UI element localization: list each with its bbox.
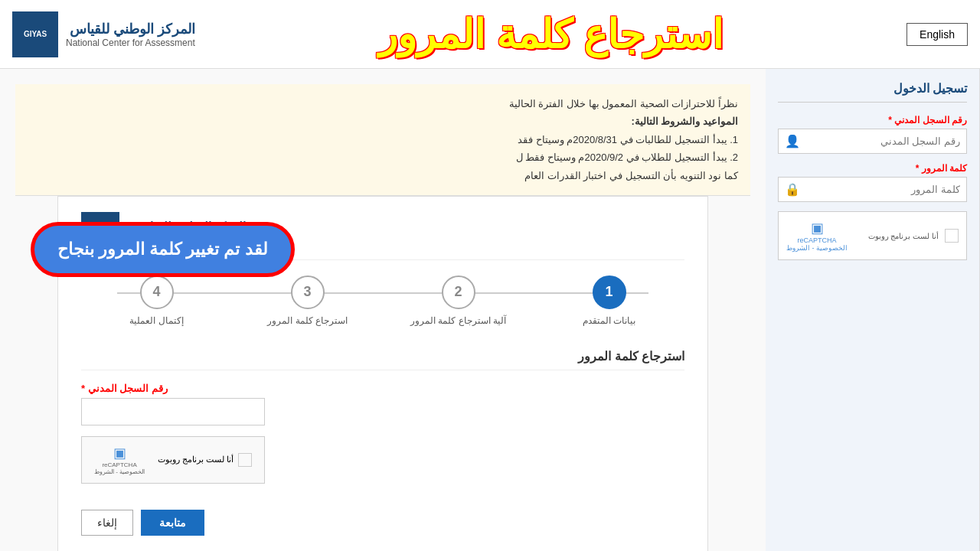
sidebar-id-label: رقم السجل المدني * [778, 115, 967, 126]
form-section-title: استرجاع كلمة المرور [81, 349, 684, 370]
continue-button[interactable]: متابعة [141, 510, 204, 536]
step-3-circle: 3 [291, 276, 325, 309]
step-2-circle: 2 [442, 276, 475, 309]
step-3: 3 استرجاع كلمة المرور [232, 276, 383, 326]
captcha-row: أنا لست برنامج روبوت ▣ reCAPTCHA الخصوصي… [81, 436, 684, 499]
english-button[interactable]: English [906, 23, 968, 46]
main-wrapper: تسجيل الدخول رقم السجل المدني * 👤 كلمة ا… [0, 69, 980, 551]
logo-icon: GIYAS [12, 11, 58, 57]
form-captcha-box: أنا لست برنامج روبوت ▣ reCAPTCHA الخصوصي… [81, 436, 265, 484]
lock-icon: 🔒 [779, 178, 806, 201]
form-id-label: رقم السجل المدني * [81, 383, 168, 394]
step-2: 2 آلية استرجاع كلمة المرور [383, 276, 534, 326]
sidebar-captcha-text: أنا لست برنامج روبوت [868, 232, 939, 240]
login-sidebar: تسجيل الدخول رقم السجل المدني * 👤 كلمة ا… [766, 69, 980, 551]
form-id-input[interactable] [81, 398, 265, 425]
sidebar-id-input[interactable] [806, 131, 966, 152]
logo-arabic: المركز الوطني للقياس [66, 21, 195, 37]
form-recaptcha-brand: ▣ reCAPTCHA الخصوصية - الشروط [94, 445, 145, 475]
center-content: نظراً للاحترازات الصحية المعمول بها خلال… [0, 69, 766, 551]
announcement-line1: نظراً للاحترازات الصحية المعمول بها خلال… [509, 98, 738, 109]
step-3-label: استرجاع كلمة المرور [267, 315, 348, 326]
sidebar-captcha-logo: ▣ reCAPTCHA الخصوصية - الشروط [786, 220, 848, 252]
form-actions: متابعة إلغاء [81, 510, 684, 536]
announcement-line2: المواعيد والشروط التالية: [631, 116, 738, 127]
logo-english: National Center for Assessment [66, 37, 195, 48]
announcement-item2: 2. يبدأ التسجيل للطلاب في 2020/9/2م وسيت… [516, 152, 738, 163]
form-captcha-checkbox[interactable] [238, 453, 252, 467]
sidebar-password-input-wrapper: 🔒 [778, 177, 967, 202]
announcement-item3: كما نود التنويه بأن التسجيل في اختبار ال… [524, 170, 738, 181]
step-4-circle: 4 [140, 276, 174, 309]
sidebar-password-input[interactable] [806, 179, 966, 200]
sidebar-password-label: كلمة المرور * [778, 163, 967, 174]
step-1-circle: 1 [593, 276, 626, 309]
step-1: 1 بيانات المتقدم [534, 276, 684, 326]
person-icon: 👤 [779, 129, 806, 153]
sidebar-id-input-wrapper: 👤 [778, 129, 967, 154]
sidebar-captcha-box: أنا لست برنامج روبوت ▣ reCAPTCHA الخصوصي… [778, 211, 967, 260]
cancel-button[interactable]: إلغاء [81, 510, 133, 536]
steps-bar: 1 بيانات المتقدم 2 آلية استرجاع كلمة الم… [81, 276, 684, 326]
sidebar-captcha-left: أنا لست برنامج روبوت [868, 229, 959, 243]
logo-area: المركز الوطني للقياس National Center for… [12, 11, 195, 57]
form-captcha-left: أنا لست برنامج روبوت [158, 453, 252, 467]
announcement-item1: 1. يبدأ التسجيل للطالبات في 2020/8/31م و… [518, 134, 738, 145]
announcement-area: نظراً للاحترازات الصحية المعمول بها خلال… [15, 84, 750, 196]
sidebar-captcha-checkbox[interactable] [945, 229, 959, 243]
top-bar: English استرجاع كلمة المرور المركز الوطن… [0, 0, 980, 69]
form-captcha-text: أنا لست برنامج روبوت [158, 455, 234, 465]
step-4: 4 إكتمال العملية [81, 276, 232, 326]
id-field-row: رقم السجل المدني * [81, 383, 684, 425]
step-2-label: آلية استرجاع كلمة المرور [410, 315, 506, 326]
logo-text: المركز الوطني للقياس National Center for… [66, 21, 195, 48]
step-4-label: إكتمال العملية [129, 315, 183, 326]
page-title: استرجاع كلمة المرور [195, 11, 906, 57]
success-banner: لقد تم تغيير كلمة المرور بنجاح [31, 222, 295, 277]
step-1-label: بيانات المتقدم [583, 315, 635, 326]
login-title: تسجيل الدخول [778, 81, 967, 103]
